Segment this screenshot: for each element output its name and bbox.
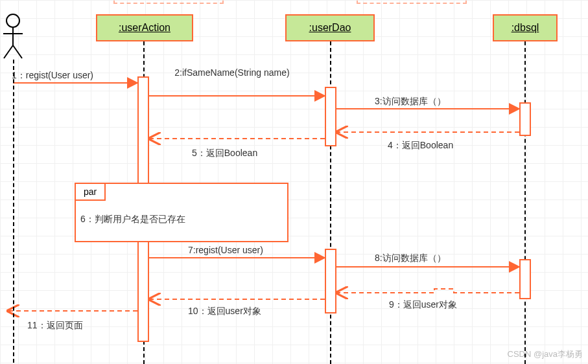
activation-dbsql-1 bbox=[519, 102, 531, 136]
activation-userdao-2 bbox=[325, 249, 336, 313]
msg-9-label: 9：返回user对象 bbox=[389, 299, 457, 311]
lifeline-userdao: :userDao bbox=[285, 14, 375, 41]
msg-2-label: 2:ifSameName(String name) bbox=[167, 67, 297, 78]
msg-3-label: 3:访问数据库（） bbox=[375, 96, 446, 108]
actor-lifeline bbox=[13, 60, 14, 363]
lifeline-dbsql: :dbsql bbox=[493, 14, 558, 41]
lifeline-dbsql-label: :dbsql bbox=[512, 22, 539, 33]
msg-7-label: 7:regist(User user) bbox=[188, 245, 263, 255]
lifeline-useraction-label: :userAction bbox=[119, 22, 171, 33]
actor-icon bbox=[3, 14, 23, 58]
msg-11-label: 11：返回页面 bbox=[27, 320, 83, 332]
dbsql-lifeline bbox=[524, 41, 526, 364]
lifeline-userdao-label: :userDao bbox=[309, 22, 351, 33]
lifeline-useraction: :userAction bbox=[96, 14, 193, 41]
svg-point-0 bbox=[6, 14, 19, 27]
par-tab: par bbox=[75, 183, 106, 201]
msg-6-label: 6：判断用户名是否已存在 bbox=[80, 214, 185, 225]
svg-line-3 bbox=[4, 45, 13, 58]
diagram-canvas bbox=[0, 0, 588, 364]
msg-5-label: 5：返回Boolean bbox=[192, 148, 257, 159]
activation-dbsql-2 bbox=[519, 259, 531, 299]
watermark: CSDN @java李杨勇 bbox=[508, 348, 583, 360]
msg-8-label: 8:访问数据库（） bbox=[375, 253, 446, 264]
msg-4-label: 4：返回Boolean bbox=[388, 140, 453, 152]
par-tab-label: par bbox=[84, 187, 97, 197]
par-fragment: par bbox=[75, 183, 288, 242]
msg-10-label: 10：返回user对象 bbox=[188, 306, 261, 317]
msg-1-label: 1：regist(User user) bbox=[12, 70, 93, 82]
msg-9-arrow bbox=[336, 289, 519, 293]
activation-userdao-1 bbox=[325, 87, 336, 146]
svg-line-4 bbox=[13, 45, 22, 58]
